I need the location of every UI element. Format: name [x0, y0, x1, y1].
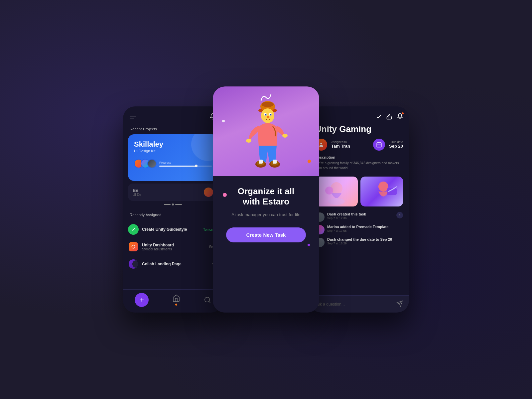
center-lower: Organize it allwith Estaro A task manage… — [213, 176, 319, 313]
center-subtitle: A task manager you can trust for life — [231, 211, 300, 218]
image-thumb-1[interactable] — [315, 177, 358, 206]
search-icon[interactable] — [204, 296, 211, 304]
progress-section: Progress — [159, 161, 212, 167]
assigned-label: Assigned to — [331, 140, 369, 144]
home-icon[interactable] — [172, 294, 180, 302]
activity-time-3: Sep 7 at 18:29 — [327, 242, 403, 245]
svg-rect-18 — [259, 160, 263, 164]
activity-list: Dash created this task Sep 7 at 17:36 × … — [309, 210, 409, 251]
character-illustration — [236, 93, 296, 180]
activity-text-3: Dash changed the due date to Sep 20 — [327, 237, 403, 242]
ask-bar: Ask a question... — [309, 295, 409, 313]
float-dot-4 — [308, 244, 310, 246]
progress-dot — [195, 165, 198, 167]
float-dot-2 — [223, 193, 227, 197]
task-name-1: Create Unity Guidestyle — [142, 227, 200, 232]
recent-projects-label: Recent Projects — [123, 124, 223, 134]
activity-text-1: Dash created this task — [327, 212, 394, 216]
progress-label: Progress — [159, 161, 212, 164]
project-avatars — [134, 159, 154, 168]
assigned-row: Assigned to Tam Tran Due date Sep 20 — [309, 139, 409, 155]
float-dot-3 — [308, 160, 311, 163]
left-top-bar — [123, 106, 223, 124]
svg-point-12 — [246, 139, 251, 143]
description-text: We're a growing family of 346,345 design… — [315, 161, 403, 171]
svg-rect-21 — [377, 143, 381, 147]
send-icon[interactable] — [396, 300, 403, 308]
activity-time-1: Sep 7 at 17:36 — [327, 216, 394, 220]
task-item[interactable]: Unity Dashboard Symbol adjustments Sep 7 — [123, 238, 223, 255]
svg-point-27 — [325, 187, 333, 195]
right-squiggle — [405, 205, 409, 223]
right-phone: ‹ Unity Gaming — [309, 106, 409, 313]
svg-point-5 — [261, 108, 274, 123]
secondary-project-name: Be — [133, 188, 141, 193]
menu-icon[interactable] — [130, 116, 136, 118]
dismiss-button-1[interactable]: × — [396, 212, 403, 218]
create-task-button[interactable]: Create New Task — [226, 227, 306, 242]
bottom-nav: + — [123, 289, 223, 313]
left-phone: Recent Projects Skillaley UI Design Kit … — [123, 106, 223, 313]
right-action-icons — [376, 113, 403, 120]
svg-rect-19 — [273, 160, 277, 164]
avatar-3 — [147, 159, 157, 168]
task-check-icon — [128, 224, 139, 235]
svg-point-10 — [267, 116, 269, 118]
task-sub-2: Symbol adjustments — [142, 247, 206, 251]
secondary-project-card[interactable]: Be UI De — [128, 184, 218, 201]
due-date-badge — [373, 139, 385, 151]
image-thumb-2[interactable] — [360, 177, 403, 206]
bell-wrapper — [397, 113, 403, 120]
main-project-card[interactable]: Skillaley UI Design Kit Progress — [128, 134, 218, 181]
center-phone: Organize it allwith Estaro A task manage… — [213, 86, 319, 313]
svg-point-20 — [320, 143, 322, 144]
project-subtitle: UI Design Kit — [134, 149, 212, 153]
progress-bar — [159, 166, 212, 167]
right-top-bar: ‹ — [309, 106, 409, 123]
svg-rect-29 — [387, 188, 397, 195]
svg-point-8 — [265, 114, 267, 116]
right-page-title: Unity Gaming — [309, 123, 409, 139]
assigned-info: Assigned to Tam Tran — [331, 140, 369, 149]
float-dot-1 — [222, 120, 225, 122]
task-item[interactable]: Collab Landing Page Sep — [123, 255, 223, 273]
svg-point-1 — [204, 297, 209, 302]
phones-container: Recent Projects Skillaley UI Design Kit … — [123, 86, 409, 313]
description-section: Description We're a growing family of 34… — [309, 155, 409, 174]
bell-notification-dot — [402, 112, 404, 114]
activity-time-2: Sep 7 at 17:55 — [327, 229, 403, 232]
progress-fill — [159, 166, 196, 167]
ask-placeholder[interactable]: Ask a question... — [315, 302, 396, 307]
activity-text-2: Marina added to Premade Template — [327, 224, 403, 229]
project-name: Skillaley — [134, 140, 212, 148]
add-button[interactable]: + — [135, 293, 149, 307]
secondary-avatar — [204, 188, 213, 197]
task-name-3: Collab Landing Page — [142, 262, 209, 266]
nav-dot — [175, 304, 177, 306]
svg-point-13 — [282, 134, 288, 138]
recently-assigned-label: Recently Assigned — [130, 213, 216, 219]
due-date: Sep 20 — [389, 144, 403, 149]
due-label: Due date — [389, 140, 403, 144]
center-content: Organize it allwith Estaro A task manage… — [213, 86, 319, 313]
squiggle-decoration — [259, 92, 273, 104]
secondary-project-sub: UI De — [133, 193, 141, 197]
images-row — [309, 174, 409, 210]
svg-point-25 — [328, 198, 345, 205]
task-item[interactable]: Create Unity Guidestyle Tomorrow — [123, 221, 223, 238]
task-moon-icon — [128, 259, 139, 269]
description-title: Description — [315, 155, 403, 159]
assigned-name: Tam Tran — [331, 144, 369, 149]
task-name-2: Unity Dashboard — [142, 243, 206, 247]
task-orange-icon — [128, 241, 139, 252]
thumbs-up-icon[interactable] — [386, 114, 392, 120]
due-date-info: Due date Sep 20 — [389, 140, 403, 149]
activity-item: Dash changed the due date to Sep 20 Sep … — [315, 237, 403, 247]
svg-point-9 — [270, 114, 272, 116]
activity-item: Marina added to Premade Template Sep 7 a… — [315, 224, 403, 234]
center-title: Organize it allwith Estaro — [238, 186, 295, 207]
check-icon[interactable] — [376, 114, 382, 120]
activity-item: Dash created this task Sep 7 at 17:36 × — [315, 212, 403, 222]
